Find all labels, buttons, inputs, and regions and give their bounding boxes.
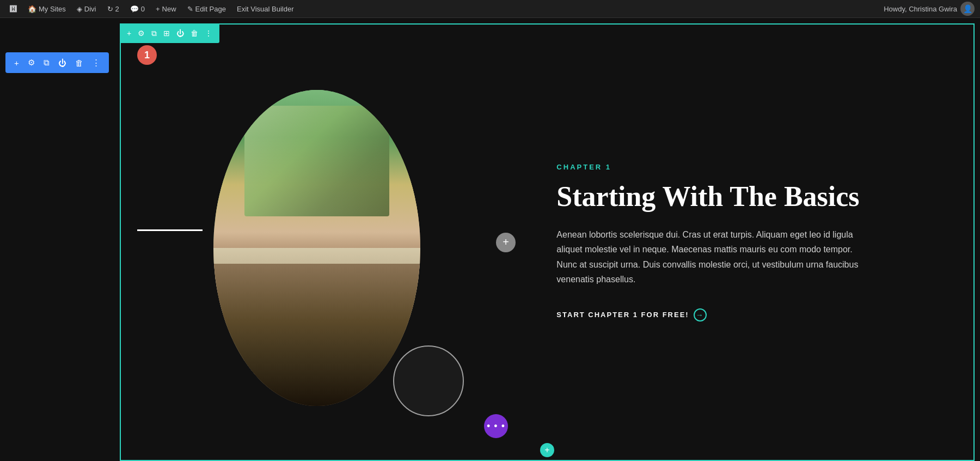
wordpress-icon: 🆆	[10, 5, 17, 13]
image-background	[213, 90, 420, 406]
section-container: + ⚙ ⧉ ⊞ ⏻ 🗑 ⋮ 1	[120, 23, 975, 461]
sites-icon: 🏠	[28, 5, 36, 13]
section-columns-btn[interactable]: ⊞	[162, 27, 171, 39]
divi-icon: ◈	[77, 5, 82, 13]
section-settings-btn[interactable]: ⚙	[136, 27, 146, 39]
divi-menu[interactable]: ◈ Divi	[72, 0, 101, 17]
decoration-line	[137, 229, 203, 231]
section-toolbar: + ⚙ ⧉ ⊞ ⏻ 🗑 ⋮	[120, 23, 219, 43]
bottom-add-section-btn[interactable]: +	[540, 443, 554, 457]
builder-settings-btn[interactable]: ⚙	[26, 56, 37, 70]
builder-disable-btn[interactable]: ⏻	[56, 56, 69, 70]
section-number-badge: 1	[137, 45, 157, 65]
section-more-btn[interactable]: ⋮	[203, 27, 214, 39]
section-add-btn[interactable]: +	[125, 27, 133, 39]
admin-user-info: Howdy, Christina Gwira 👤	[884, 2, 975, 16]
chapter-label: CHAPTER 1	[556, 163, 861, 171]
builder-duplicate-btn[interactable]: ⧉	[41, 56, 52, 70]
main-content: + ⚙ ⧉ ⏻ 🗑 ⋮ + ⚙ ⧉ ⊞ ⏻ 🗑 ⋮ 1	[0, 18, 980, 461]
builder-delete-btn[interactable]: 🗑	[73, 56, 85, 70]
cta-link[interactable]: START CHAPTER 1 FOR FREE! →	[556, 308, 706, 322]
chapter-title: Starting With The Basics	[556, 181, 861, 212]
right-column: CHAPTER 1 Starting With The Basics Aenea…	[513, 25, 973, 460]
text-content: CHAPTER 1 Starting With The Basics Aenea…	[556, 163, 861, 322]
admin-bar: 🆆 🏠 My Sites ◈ Divi ↻ 2 💬 0 + New ✎ Edit…	[0, 0, 980, 18]
oval-image	[213, 90, 420, 406]
content-layout: + CHAPTER 1 Starting With The Basics Aen…	[121, 25, 973, 460]
builder-more-btn[interactable]: ⋮	[90, 56, 102, 70]
section-delete-btn[interactable]: 🗑	[189, 27, 200, 39]
section-duplicate-btn[interactable]: ⧉	[150, 27, 158, 40]
builder-add-btn[interactable]: +	[12, 56, 21, 70]
plus-icon: +	[156, 5, 160, 13]
builder-toolbar: + ⚙ ⧉ ⏻ 🗑 ⋮	[5, 52, 109, 73]
cta-text: START CHAPTER 1 FOR FREE!	[556, 311, 689, 319]
chapter-body: Aenean lobortis scelerisque dui. Cras ut…	[556, 227, 861, 287]
revisions-icon: ↻	[107, 5, 113, 13]
add-column-btn[interactable]: +	[496, 233, 516, 252]
my-sites-menu[interactable]: 🏠 My Sites	[23, 0, 70, 17]
dots-menu-btn[interactable]: • • •	[484, 414, 508, 438]
exit-builder-btn[interactable]: Exit Visual Builder	[232, 0, 298, 17]
circle-decoration	[393, 345, 464, 416]
pencil-icon: ✎	[187, 5, 193, 13]
comments-menu[interactable]: 💬 0	[126, 0, 149, 17]
section-disable-btn[interactable]: ⏻	[175, 27, 186, 39]
comments-icon: 💬	[130, 5, 139, 13]
revisions-menu[interactable]: ↻ 2	[103, 0, 124, 17]
edit-page-btn[interactable]: ✎ Edit Page	[183, 0, 230, 17]
wordpress-logo[interactable]: 🆆	[5, 0, 21, 17]
cta-arrow-icon: →	[694, 308, 707, 322]
new-menu[interactable]: + New	[151, 0, 181, 17]
left-column	[121, 25, 513, 460]
avatar[interactable]: 👤	[960, 2, 975, 16]
